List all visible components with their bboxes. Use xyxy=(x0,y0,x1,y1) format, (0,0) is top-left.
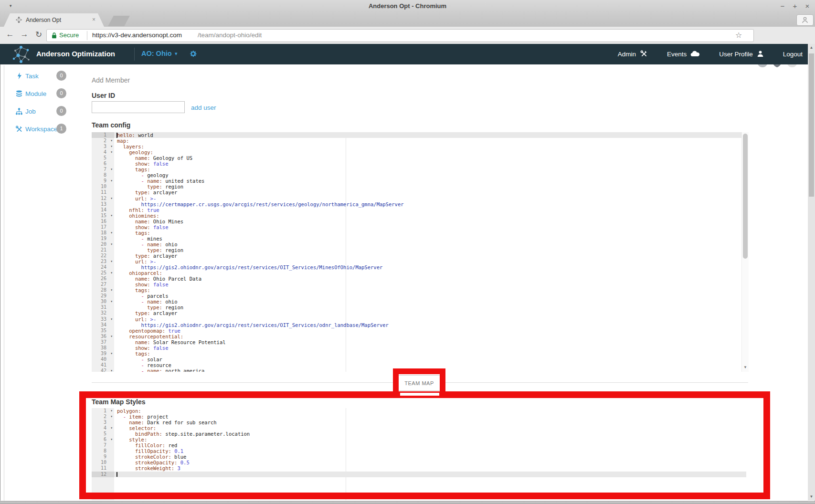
code-line[interactable]: ohiomines: xyxy=(114,213,746,219)
code-line[interactable]: ohioparcel: xyxy=(114,270,746,276)
code-line[interactable]: tags: xyxy=(114,351,746,357)
navbar-item-events[interactable]: Events xyxy=(667,50,700,58)
code-line[interactable]: name: Solar Resource Potential xyxy=(114,339,746,345)
line-number: 26 xyxy=(92,276,114,282)
code-line[interactable]: tags: xyxy=(114,230,746,236)
bookmark-star-icon[interactable]: ☆ xyxy=(735,31,742,40)
fold-arrow-icon[interactable]: ▾ xyxy=(110,230,113,236)
gear-icon[interactable] xyxy=(189,50,197,60)
code-line[interactable]: map: xyxy=(114,138,746,144)
code-line[interactable]: name: Ohio Mines xyxy=(114,219,746,224)
code-line[interactable]: type: arclayer xyxy=(114,310,746,316)
code-line[interactable]: tags: xyxy=(114,167,746,172)
page-scrollbar[interactable]: ▲ ▼ xyxy=(808,44,815,501)
code-line[interactable]: - solar xyxy=(114,357,746,362)
fold-arrow-icon[interactable]: ▾ xyxy=(110,213,113,219)
code-line[interactable]: - name: ohio xyxy=(114,299,746,304)
fold-arrow-icon[interactable]: ▾ xyxy=(110,299,113,304)
team-selector[interactable]: AO: Ohio xyxy=(141,50,172,57)
line-number: 7▾ xyxy=(92,167,114,172)
tab-favicon-molecule-icon xyxy=(15,16,22,25)
code-line[interactable]: - name: united states xyxy=(114,178,746,184)
code-line[interactable]: url: >- xyxy=(114,316,746,322)
code-line[interactable]: - geology xyxy=(114,172,746,178)
add-user-link[interactable]: add user xyxy=(191,104,216,111)
line-number: 37 xyxy=(92,339,114,345)
fold-arrow-icon[interactable]: ▾ xyxy=(110,316,113,322)
fold-arrow-icon[interactable]: ▾ xyxy=(110,167,113,172)
code-line[interactable]: https://gis2.ohiodnr.gov/arcgis/rest/ser… xyxy=(114,264,746,270)
code-line[interactable]: https://certmapper.cr.usgs.gov/arcgis/re… xyxy=(114,201,746,207)
code-line[interactable]: url: >- xyxy=(114,196,746,201)
user-id-input[interactable] xyxy=(92,101,185,113)
code-line[interactable]: type: region xyxy=(114,184,746,189)
fold-arrow-icon[interactable]: ▾ xyxy=(110,259,113,264)
scrollbar-up-icon[interactable]: ▲ xyxy=(808,45,815,50)
scrollbar-down-icon[interactable]: ▼ xyxy=(808,494,815,499)
back-button[interactable]: ← xyxy=(4,30,16,39)
fold-arrow-icon[interactable]: ▾ xyxy=(110,351,113,357)
editor-code[interactable]: hello: worldmap: layers: geology: name: … xyxy=(114,132,746,372)
navbar-item-user-profile[interactable]: User Profile xyxy=(719,50,764,59)
new-tab-button[interactable] xyxy=(108,16,130,26)
code-line[interactable]: opentopomap: true xyxy=(114,328,746,334)
fold-arrow-icon[interactable]: ▾ xyxy=(110,334,113,339)
url-origin-text[interactable]: https://v3-dev.andersonopt.com xyxy=(92,32,182,39)
chevron-down-icon[interactable]: ▾ xyxy=(175,51,178,57)
team-config-editor[interactable]: 12▾3▾4▾567▾89▾101112▾131415▾161718▾1920▾… xyxy=(92,132,746,372)
scrollbar-thumb[interactable] xyxy=(809,53,814,197)
code-line[interactable]: - mines xyxy=(114,236,746,242)
fold-arrow-icon[interactable]: ▾ xyxy=(110,178,113,184)
code-line[interactable]: type: arclayer xyxy=(114,253,746,259)
navbar-item-admin[interactable]: Admin xyxy=(618,50,648,59)
code-line[interactable]: type: region xyxy=(114,247,746,253)
code-line[interactable]: url: >- xyxy=(114,259,746,264)
code-line[interactable]: type: region xyxy=(114,304,746,310)
code-line[interactable]: layers: xyxy=(114,144,746,149)
close-button[interactable]: × xyxy=(802,2,813,10)
maximize-button[interactable]: + xyxy=(790,2,800,10)
code-line[interactable]: https://gis2.ohiodnr.gov/arcgis/rest/ser… xyxy=(114,322,746,328)
code-line[interactable]: - name: ohio xyxy=(114,242,746,247)
editor-scrollbar[interactable]: ▼ xyxy=(741,132,749,372)
code-line[interactable]: show: false xyxy=(114,282,746,287)
code-line[interactable]: tags: xyxy=(114,287,746,293)
browser-profile-button[interactable] xyxy=(796,14,814,26)
tab-close-icon[interactable]: × xyxy=(92,16,95,23)
url-path-text[interactable]: /team/andopt-ohio/edit xyxy=(198,32,262,39)
fold-arrow-icon[interactable]: ▾ xyxy=(110,138,113,144)
scrollbar-down-icon[interactable]: ▼ xyxy=(742,365,749,369)
fold-arrow-icon[interactable]: ▾ xyxy=(110,144,113,149)
sidebar-item-module[interactable]: Module 0 xyxy=(0,87,84,100)
fold-arrow-icon[interactable]: ▾ xyxy=(110,368,113,372)
fold-arrow-icon[interactable]: ▾ xyxy=(110,149,113,155)
sidebar-item-job[interactable]: Job 0 xyxy=(0,105,84,117)
code-line[interactable]: - resource xyxy=(114,362,746,368)
code-line[interactable]: type: arclayer xyxy=(114,189,746,195)
code-line[interactable]: hello: world xyxy=(114,132,746,138)
scrollbar-thumb[interactable] xyxy=(743,134,748,259)
fold-arrow-icon[interactable]: ▾ xyxy=(110,287,113,293)
code-line[interactable]: geology: xyxy=(114,149,746,155)
sidebar-item-task[interactable]: Task 0 xyxy=(0,70,84,82)
browser-tab[interactable]: Anderson Opt × xyxy=(4,13,104,27)
code-line[interactable]: nfhl: true xyxy=(114,207,746,213)
secure-label[interactable]: Secure xyxy=(59,32,79,39)
minimize-button[interactable]: − xyxy=(777,2,788,10)
fold-arrow-icon[interactable]: ▾ xyxy=(110,196,113,201)
code-line[interactable]: name: Geology of US xyxy=(114,155,746,161)
code-line[interactable]: show: false xyxy=(114,224,746,230)
url-bar[interactable]: Secure https://v3-dev.andersonopt.com /t… xyxy=(46,29,754,42)
reload-button[interactable]: ↻ xyxy=(32,30,45,40)
code-line[interactable]: - parcels xyxy=(114,293,746,299)
fold-arrow-icon[interactable]: ▾ xyxy=(110,242,113,247)
code-line[interactable]: show: false xyxy=(114,161,746,167)
forward-button[interactable]: → xyxy=(18,30,31,39)
code-line[interactable]: show: false xyxy=(114,345,746,351)
code-line[interactable]: resourcepotential: xyxy=(114,334,746,339)
navbar-item-logout[interactable]: Logout xyxy=(783,51,803,58)
sidebar-item-workspace[interactable]: Workspace 1 xyxy=(0,123,84,135)
code-line[interactable]: name: Ohio Parcel Data xyxy=(114,276,746,282)
add-member-heading: Add Member xyxy=(92,76,130,84)
fold-arrow-icon[interactable]: ▾ xyxy=(110,270,113,276)
